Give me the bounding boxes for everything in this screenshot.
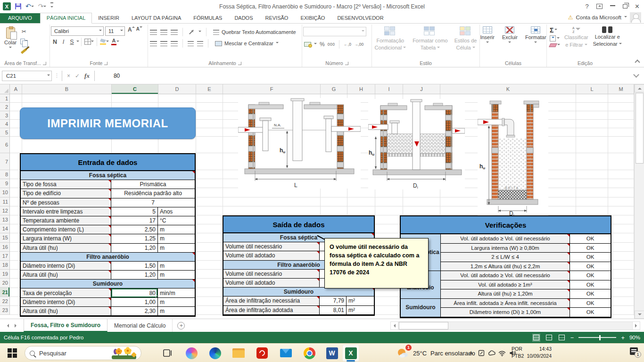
file-explorer-button[interactable] bbox=[230, 345, 247, 362]
row-header-20[interactable]: 20 bbox=[0, 279, 10, 288]
cell-label[interactable]: Altura útil (hu) bbox=[21, 271, 111, 280]
copy-button[interactable] bbox=[19, 37, 29, 46]
cell-label[interactable]: Nº de pessoas bbox=[21, 198, 111, 207]
font-size-combo[interactable]: 11 bbox=[105, 26, 125, 36]
row-header-16[interactable]: 16 bbox=[0, 243, 10, 252]
cell-unit[interactable]: m bbox=[158, 234, 195, 243]
cell-unit[interactable]: m bbox=[158, 244, 195, 253]
weather-widget[interactable]: 1 25°C Parc ensolarado bbox=[396, 345, 475, 362]
row-header-1[interactable]: 1 bbox=[0, 94, 10, 103]
cell-label[interactable]: Taxa de percolação bbox=[21, 288, 111, 297]
row-header-19[interactable]: 19 bbox=[0, 270, 10, 279]
sheet-tab-memorial-de-calculo[interactable]: Memorial de Cálculo bbox=[107, 319, 173, 332]
page-break-view-button[interactable] bbox=[558, 334, 566, 342]
format-as-table-button[interactable]: Formatar comoTabela bbox=[410, 25, 450, 52]
verification-criteria[interactable]: Vol. útil adotado ≥ Vol. útil necessário bbox=[441, 234, 570, 244]
ribbon-tab-p-gina-inicial[interactable]: PÁGINA INICIAL bbox=[40, 13, 92, 24]
row-header-7[interactable]: 7 bbox=[0, 153, 10, 170]
cell-value[interactable]: 5 bbox=[111, 207, 158, 216]
ribbon-tab-layout-da-p-gina[interactable]: LAYOUT DA PÁGINA bbox=[125, 13, 187, 23]
cell-unit[interactable]: m bbox=[158, 225, 195, 234]
increase-decimal-button[interactable]: ←,0 bbox=[344, 42, 351, 47]
save-icon[interactable] bbox=[15, 3, 21, 9]
previous-sheet-button[interactable] bbox=[5, 324, 9, 328]
cell-label[interactable]: Altura útil (hu) bbox=[21, 307, 111, 316]
avatar[interactable] bbox=[630, 12, 641, 23]
print-memorial-button[interactable]: IMPRIMIR MEMORIAL bbox=[20, 107, 196, 139]
minimize-button[interactable] bbox=[610, 5, 615, 6]
borders-button[interactable] bbox=[83, 37, 95, 46]
cell-value[interactable]: 1,50 bbox=[111, 262, 158, 271]
verification-result[interactable]: OK bbox=[570, 253, 611, 262]
cell-label[interactable]: Temperatura ambiente bbox=[21, 216, 111, 225]
merge-center-button[interactable]: Mesclar e Centralizar bbox=[213, 40, 281, 47]
wifi-icon[interactable] bbox=[497, 345, 507, 362]
fill-color-button[interactable] bbox=[99, 37, 110, 46]
row-header-3[interactable]: 3 bbox=[0, 111, 10, 120]
cut-button[interactable]: ✂ bbox=[19, 27, 29, 36]
edge-button[interactable] bbox=[206, 345, 223, 362]
cell-unit[interactable]: m² bbox=[347, 306, 374, 315]
column-header-G[interactable]: G bbox=[321, 84, 347, 94]
verification-result[interactable]: OK bbox=[570, 271, 611, 280]
grow-font-button[interactable]: A bbox=[126, 26, 133, 36]
column-header-L[interactable]: L bbox=[576, 84, 608, 94]
fill-button[interactable] bbox=[550, 35, 560, 41]
chrome-button[interactable] bbox=[301, 345, 318, 362]
accounting-format-icon[interactable] bbox=[304, 42, 311, 47]
vertical-scrollbar[interactable] bbox=[634, 84, 644, 319]
cell-unit[interactable]: °C bbox=[158, 216, 195, 225]
find-select-button[interactable]: Localizar eSelecionar bbox=[591, 25, 624, 49]
row-header-5[interactable]: 5 bbox=[0, 128, 10, 137]
align-middle-icon[interactable] bbox=[160, 30, 167, 35]
row-header-18[interactable]: 18 bbox=[0, 261, 10, 270]
row-header-21[interactable]: 21 bbox=[0, 288, 10, 296]
onedrive-icon[interactable] bbox=[487, 345, 497, 362]
verification-criteria[interactable]: Área infilt. adotada ≥ Área infilt. nece… bbox=[441, 299, 570, 308]
clear-button[interactable] bbox=[550, 43, 560, 47]
verification-criteria[interactable]: 2 ≤ L/W ≤ 4 bbox=[441, 253, 570, 262]
alignment-dialog-launcher[interactable] bbox=[238, 62, 241, 65]
verification-result[interactable]: OK bbox=[570, 262, 611, 272]
row-header-22[interactable]: 22 bbox=[0, 297, 10, 306]
horizontal-scroll-thumb[interactable] bbox=[399, 322, 448, 329]
sheet-area[interactable]: IMPRIMIR MEMORIAL bbox=[10, 94, 634, 319]
clock[interactable]: 14:43 10/09/2024 bbox=[522, 346, 552, 360]
cell-value[interactable]: 1,25 bbox=[111, 234, 158, 243]
column-header-A[interactable]: A bbox=[10, 84, 22, 94]
close-button[interactable]: × bbox=[635, 3, 639, 10]
column-header-I[interactable]: I bbox=[375, 84, 403, 94]
pen-icon[interactable] bbox=[476, 345, 487, 362]
cell-value[interactable]: 7 bbox=[111, 198, 195, 207]
verification-result[interactable]: OK bbox=[570, 308, 611, 317]
cell-label[interactable]: Tipo de edifício bbox=[21, 189, 111, 198]
cell-value[interactable]: Residência padrão alto bbox=[111, 189, 195, 198]
column-header-E[interactable]: E bbox=[196, 84, 223, 94]
copilot-button[interactable] bbox=[183, 345, 200, 362]
formula-bar-splitter[interactable]: ⋮ bbox=[52, 73, 62, 79]
row-header-13[interactable]: 13 bbox=[0, 215, 10, 224]
next-sheet-button[interactable] bbox=[15, 324, 18, 328]
row-header-4[interactable]: 4 bbox=[0, 120, 10, 128]
verification-result[interactable]: OK bbox=[570, 289, 611, 299]
cell-label[interactable]: Volume útil adotado bbox=[223, 251, 320, 260]
cell-label[interactable]: Intervalo entre limpezas bbox=[21, 207, 111, 216]
increase-indent-icon[interactable] bbox=[197, 41, 203, 46]
search-box[interactable]: Pesquisar bbox=[25, 346, 141, 360]
word-button[interactable]: W bbox=[323, 345, 340, 362]
verification-result[interactable]: OK bbox=[570, 234, 611, 244]
cell-label[interactable]: Comprimento interno (L) bbox=[21, 225, 111, 234]
column-header-B[interactable]: B bbox=[22, 84, 112, 94]
cell-label[interactable]: Tipo de fossa bbox=[21, 180, 111, 189]
verification-criteria[interactable]: Vol. útil adotado ≥ 1m³ bbox=[441, 280, 570, 290]
verification-criteria[interactable]: Vol. útil adotado ≥ Vol. útil necessário bbox=[441, 271, 570, 280]
tray-chevron-button[interactable] bbox=[466, 345, 476, 362]
number-dialog-launcher[interactable] bbox=[345, 62, 348, 65]
row-header-12[interactable]: 12 bbox=[0, 206, 10, 215]
column-header-K[interactable]: K bbox=[440, 84, 576, 94]
column-header-D[interactable]: D bbox=[158, 84, 196, 94]
row-header-8[interactable]: 8 bbox=[0, 170, 10, 179]
ribbon-tab-exibi-o[interactable]: EXIBIÇÃO bbox=[294, 13, 331, 23]
row-header-9[interactable]: 9 bbox=[0, 179, 10, 188]
cell-unit[interactable]: min/m bbox=[158, 288, 195, 297]
